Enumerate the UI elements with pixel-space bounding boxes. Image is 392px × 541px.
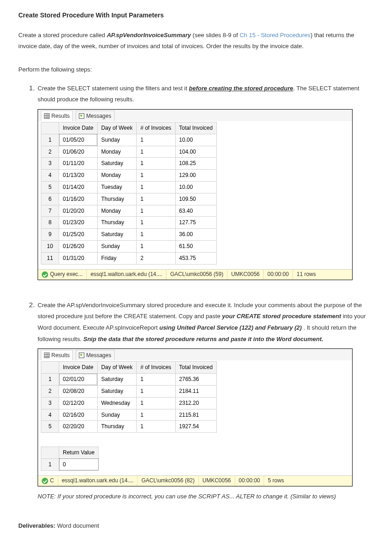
cell: 01/05/20 [59,134,98,146]
cell: Sunday [97,134,136,146]
perform-heading: Perform the following steps: [18,64,374,76]
cell: 10.00 [175,182,216,193]
status-bar-1: Query exec... essql1.walton.uark.edu (14… [38,269,352,280]
row-number: 2 [41,385,59,397]
row-number: 3 [41,158,59,170]
cell: Monday [97,205,136,217]
table-row[interactable]: 502/20/20Thursday11927.54 [41,421,217,433]
cell: 02/20/20 [59,421,98,433]
deliverables-label: Deliverables: [18,522,55,529]
cell: Thursday [97,193,136,205]
tabbar-2: Results Messages [38,349,352,360]
cell: 01/14/20 [59,182,98,193]
cell: 1 [137,229,175,241]
status-server-2: essql1.walton.uark.edu (14.... [58,476,138,486]
cell: 63.40 [175,205,216,217]
cell: Sunday [97,241,136,253]
cell: 1 [137,146,175,158]
table-row[interactable]: 1101/31/20Friday2453.75 [41,252,217,264]
row-number: 3 [41,397,59,409]
table-row[interactable]: 1001/26/20Sunday161.50 [41,241,217,253]
tab-messages[interactable]: Messages [76,110,115,121]
chapter-link[interactable]: Ch 15 - Stored Procedures [240,32,311,39]
cell: Monday [97,146,136,158]
tab-results-label-2: Results [51,350,70,361]
cell: 01/26/20 [59,241,98,253]
step-1: Create the SELECT statement using the fi… [37,82,374,280]
return-value-grid: Return Value 10 [41,447,99,471]
cell: 127.75 [175,217,216,229]
ssms-panel-2: Results Messages Invoice DateDay of Week… [38,348,353,486]
cell: 453.75 [175,252,216,264]
proc-name: AP.spVendorInvoiceSummary [107,32,191,39]
table-row[interactable]: 201/06/20Monday1104.00 [41,146,217,158]
deliverables-value: Word document [55,522,99,529]
status-bar-2: C essql1.walton.uark.edu (14.... GACL\um… [38,475,352,486]
step-2: Create the AP.spVendorInvoiceSummary sto… [37,298,374,502]
cell: 36.00 [175,229,216,241]
status-server: essql1.walton.uark.edu (14.... [87,270,166,280]
cell: 02/12/20 [59,397,98,409]
tab-results[interactable]: Results [41,110,73,121]
step1-text-a: Create the SELECT statement using the fi… [38,85,189,92]
tab-results-label: Results [51,111,70,121]
intro-mid: (see slides 8-9 of [191,32,239,39]
return-value: 0 [59,458,99,470]
status-db-2: UMKC0056 [199,476,235,486]
cell: Tuesday [97,182,136,193]
table-row[interactable]: 601/16/20Thursday1109.50 [41,193,217,205]
cell: 10.00 [175,134,216,146]
cell: Saturday [97,158,136,170]
table-row[interactable]: 302/12/20Wednesday12312.20 [41,397,217,409]
row-number: 7 [41,205,59,217]
note-paragraph: NOTE: If your stored procedure is incorr… [38,491,374,502]
table-row[interactable]: 701/20/20Monday163.40 [41,205,217,217]
row-number: 4 [41,409,59,421]
check-icon [42,478,48,484]
tab-messages-2[interactable]: Messages [76,350,115,360]
status-time-2: 00:00:00 [235,476,265,486]
cell: Saturday [97,385,136,397]
intro-pre: Create a stored procedure called [18,32,107,39]
tab-messages-label: Messages [86,111,111,121]
step2-f: Snip the data that the stored procedure … [83,336,323,342]
table-row[interactable]: 402/16/20Sunday12115.81 [41,409,217,421]
cell: 1 [137,374,175,386]
table-row[interactable]: 901/25/20Saturday136.00 [41,229,217,241]
row-number: 2 [41,146,59,158]
tab-results-2[interactable]: Results [41,350,73,360]
note-body: If your stored procedure is incorrect, y… [56,493,336,500]
column-header: Invoice Date [59,122,98,134]
cell: 1 [137,241,175,253]
table-row[interactable]: 102/01/20Saturday12765.36 [41,374,217,386]
cell: 1 [137,170,175,182]
table-row[interactable]: 101/05/20Sunday110.00 [41,134,217,146]
table-row[interactable]: 501/14/20Tuesday110.00 [41,182,217,193]
step1-emph: before creating the stored procedure [189,85,293,92]
row-number: 11 [41,252,59,264]
column-header: Total Invoiced [175,362,216,374]
page-title: Create Stored Procedure With Input Param… [18,9,374,22]
step2-b: your CREATE stored procedure statement [222,313,341,320]
cell: 01/13/20 [59,170,98,182]
cell: 01/25/20 [59,229,98,241]
cell: 01/16/20 [59,193,98,205]
cell: 61.50 [175,241,216,253]
table-row[interactable]: 401/13/20Monday1129.00 [41,170,217,182]
cell: 1 [137,421,175,433]
cell: 2 [137,252,175,264]
column-header: Day of Week [97,362,136,374]
table-row[interactable]: 801/23/20Thursday1127.75 [41,217,217,229]
cell: 1 [137,409,175,421]
row-number: 5 [41,421,59,433]
column-header: # of Invoices [137,122,175,134]
return-header: Return Value [59,447,99,459]
cell: 1 [137,397,175,409]
cell: 01/20/20 [59,205,98,217]
status-db: UMKC0056 [227,270,264,280]
table-row[interactable]: 202/08/20Saturday12184.11 [41,385,217,397]
table-row[interactable]: 301/11/20Saturday1108.25 [41,158,217,170]
status-rows-2: 5 rows [264,476,287,486]
status-exec: Query exec... [50,269,83,280]
cell: 1 [137,182,175,193]
